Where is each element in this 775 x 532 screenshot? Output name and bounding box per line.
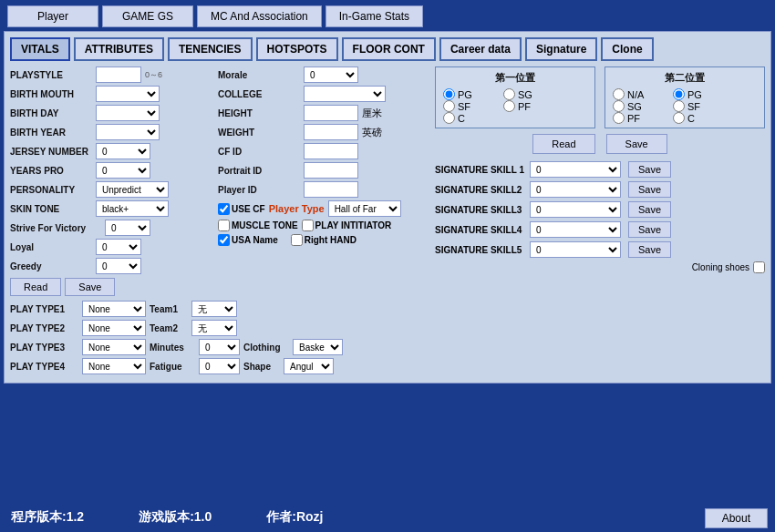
sig-skill-3-save[interactable]: Save — [628, 201, 671, 218]
tab-floor-cont[interactable]: FLOOR CONT — [342, 37, 436, 61]
sig-skill-3-select[interactable]: 0 — [530, 201, 621, 218]
pos-pg[interactable]: PG — [443, 88, 489, 100]
cf-id-input[interactable] — [304, 143, 358, 159]
player-type-label: Player Type — [269, 203, 325, 214]
play-initiator-checkbox[interactable] — [302, 220, 314, 231]
pos2-sf-radio[interactable] — [673, 100, 685, 112]
birth-year-select[interactable] — [96, 124, 160, 140]
sig-skill-5-save[interactable]: Save — [628, 241, 671, 258]
pos-c-radio[interactable] — [443, 112, 455, 124]
fatigue-select[interactable]: 0 — [199, 358, 240, 374]
col-right: Morale 0 COLLEGE HEIGHT 厘米 — [218, 66, 418, 299]
pos2-pf[interactable]: PF — [613, 112, 658, 124]
pos-save-btn[interactable]: Save — [606, 134, 667, 154]
college-row: COLLEGE — [218, 86, 418, 102]
about-btn[interactable]: About — [705, 508, 768, 528]
second-position-box: 第二位置 N/A PG SG S — [604, 66, 765, 128]
loyal-select[interactable]: 0 — [96, 239, 141, 255]
game-gs-btn[interactable]: GAME GS — [102, 5, 193, 27]
pos2-sf[interactable]: SF — [673, 100, 718, 112]
sig-skill-1-select[interactable]: 0 — [530, 161, 621, 178]
jersey-select[interactable]: 0 — [96, 143, 150, 159]
pos2-na-radio[interactable] — [613, 88, 625, 100]
greedy-select[interactable]: 0 — [96, 258, 141, 274]
pos2-c[interactable]: C — [673, 112, 718, 124]
portrait-id-input[interactable] — [304, 162, 358, 179]
play-type4-select[interactable]: None — [82, 358, 146, 374]
muscle-tone-checkbox[interactable] — [218, 220, 230, 231]
usa-name-checkbox[interactable] — [218, 234, 230, 246]
sig-skill-2-select[interactable]: 0 — [530, 181, 621, 198]
weight-input[interactable] — [304, 124, 358, 140]
skin-tone-select[interactable]: black+ — [96, 200, 169, 217]
read-btn[interactable]: Read — [10, 278, 61, 296]
tab-vitals[interactable]: VITALS — [10, 37, 70, 61]
right-hand-label[interactable]: Right HAND — [291, 234, 356, 246]
tab-career-data[interactable]: Career data — [439, 37, 522, 61]
sig-skill-4-select[interactable]: 0 — [530, 221, 621, 238]
minutes-select[interactable]: 0 — [199, 339, 240, 355]
sig-skill-5-select[interactable]: 0 — [530, 241, 621, 258]
tab-attributes[interactable]: ATTRIBUTES — [74, 37, 164, 61]
tab-hotspots[interactable]: HOTSPOTS — [256, 37, 338, 61]
play-type1-select[interactable]: None — [82, 301, 146, 317]
pos-pg-radio[interactable] — [443, 88, 455, 100]
portrait-id-label: Portrait ID — [218, 166, 300, 176]
birth-mouth-select[interactable] — [96, 86, 160, 102]
pos-pf-radio[interactable] — [503, 100, 515, 112]
team1-select[interactable]: 无 — [191, 301, 237, 317]
height-input[interactable] — [304, 105, 358, 121]
program-version: 程序版本:1.2 — [11, 509, 84, 526]
tab-tenencies[interactable]: TENENCIES — [168, 37, 253, 61]
play-type2-label: PLAY TYPE2 — [10, 323, 78, 333]
cloning-shoes-checkbox[interactable] — [753, 261, 765, 273]
muscle-tone-label[interactable]: MUSCLE TONE — [218, 220, 298, 231]
player-btn[interactable]: Player — [7, 5, 98, 27]
pos-c[interactable]: C — [443, 112, 489, 124]
play-type2-select[interactable]: None — [82, 320, 146, 336]
years-pro-row: YEARS PRO 0 — [10, 162, 211, 179]
pos-sg[interactable]: SG — [503, 88, 549, 100]
play-type3-select[interactable]: None — [82, 339, 146, 355]
sig-skill-4-save[interactable]: Save — [628, 221, 671, 238]
right-hand-checkbox[interactable] — [291, 234, 303, 246]
player-id-input[interactable] — [304, 181, 358, 198]
morale-select[interactable]: 0 — [304, 66, 358, 83]
ingame-stats-btn[interactable]: In-Game Stats — [326, 5, 423, 27]
team2-select[interactable]: 无 — [191, 320, 237, 336]
pos2-na[interactable]: N/A — [613, 88, 658, 100]
pos-row-1: PG SG — [443, 88, 587, 100]
college-select[interactable] — [304, 86, 386, 102]
pos-sg-radio[interactable] — [503, 88, 515, 100]
playstyle-input[interactable] — [96, 66, 141, 83]
years-pro-select[interactable]: 0 — [96, 162, 150, 179]
player-type-select[interactable]: Hall of Far — [328, 200, 401, 217]
shape-select[interactable]: Angul — [284, 358, 334, 374]
usa-name-label[interactable]: USA Name — [218, 234, 278, 246]
birth-day-select[interactable] — [96, 105, 160, 121]
pos2-pg[interactable]: PG — [673, 88, 718, 100]
pos-sf-radio[interactable] — [443, 100, 455, 112]
tab-clone[interactable]: Clone — [601, 37, 653, 61]
save-btn[interactable]: Save — [65, 278, 115, 296]
use-cf-checkbox[interactable] — [218, 203, 230, 215]
mc-association-btn[interactable]: MC And Association — [197, 5, 322, 27]
sig-skill-5-label: SIGNATURE SKILL5 — [435, 245, 526, 255]
pos-pf[interactable]: PF — [503, 100, 549, 112]
personality-select[interactable]: Unpredict — [96, 181, 169, 198]
years-pro-label: YEARS PRO — [10, 166, 92, 176]
use-cf-label[interactable]: USE CF — [218, 203, 265, 215]
sig-skill-2-save[interactable]: Save — [628, 181, 671, 198]
strive-select[interactable]: 0 — [105, 220, 150, 236]
sig-skill-1-save[interactable]: Save — [628, 161, 671, 178]
pos2-c-radio[interactable] — [673, 112, 685, 124]
play-initiator-label[interactable]: PLAY INTITIATOR — [302, 220, 392, 231]
pos2-pg-radio[interactable] — [673, 88, 685, 100]
pos-read-btn[interactable]: Read — [532, 134, 594, 154]
pos2-sg-radio[interactable] — [613, 100, 625, 112]
pos2-sg[interactable]: SG — [613, 100, 658, 112]
pos-sf[interactable]: SF — [443, 100, 489, 112]
clothing-select[interactable]: Baske — [293, 339, 343, 355]
tab-signature[interactable]: Signature — [525, 37, 597, 61]
pos2-pf-radio[interactable] — [613, 112, 625, 124]
